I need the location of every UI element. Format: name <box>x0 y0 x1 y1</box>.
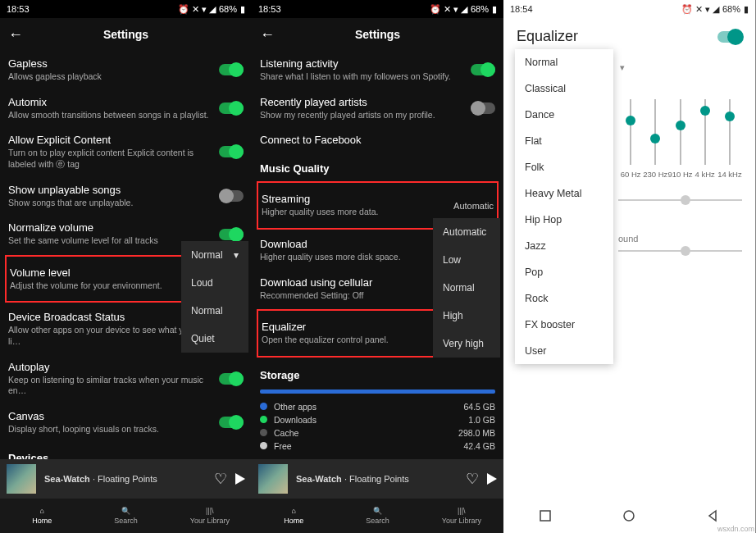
setting-p1a-1[interactable]: AutoplayKeep on listening to similar tra… <box>8 354 244 403</box>
svg-point-5 <box>624 511 634 521</box>
eq-slider-910Hz[interactable]: 910 Hz <box>667 99 692 179</box>
status-icons: ⏰ ✕ ▾ ◢ 68% ▮ <box>430 4 497 15</box>
toggle-p1-2[interactable] <box>219 146 244 157</box>
back-icon[interactable]: ← <box>260 26 275 43</box>
toggle-p2-0[interactable] <box>471 64 495 75</box>
status-bar: 18:53 ⏰ ✕ ▾ ◢ 68% ▮ <box>0 0 252 18</box>
preset-chevron-icon[interactable]: ▾ <box>620 62 625 73</box>
quality-option-high[interactable]: High <box>433 302 500 330</box>
play-icon[interactable] <box>487 473 497 485</box>
nav-recents-icon[interactable] <box>538 508 553 523</box>
toggle-p1a-2[interactable] <box>219 417 244 428</box>
settings-header: ← Settings <box>0 18 252 51</box>
preset-normal[interactable]: Normal <box>515 49 613 75</box>
quality-option-normal[interactable]: Normal <box>433 274 500 302</box>
preset-flat[interactable]: Flat <box>515 128 613 154</box>
quality-option-very-high[interactable]: Very high <box>433 330 500 358</box>
heart-icon[interactable]: ♡ <box>466 470 479 488</box>
quality-option-low[interactable]: Low <box>433 246 500 274</box>
heart-icon[interactable]: ♡ <box>214 470 227 488</box>
storage-bar <box>260 390 495 394</box>
settings-header: ← Settings <box>252 18 503 51</box>
toggle-p1-3[interactable] <box>219 190 244 202</box>
equalizer-title: Equalizer <box>517 28 578 45</box>
preset-folk[interactable]: Folk <box>515 154 613 180</box>
watermark: wsxdn.com <box>717 525 754 533</box>
volume-option-normal[interactable]: Normal <box>181 297 248 325</box>
preset-pop[interactable]: Pop <box>515 259 613 285</box>
nav-home-icon[interactable] <box>622 508 636 523</box>
legend-dot <box>260 442 267 449</box>
section-devices: Devices <box>8 442 244 459</box>
now-playing-bar[interactable]: Sea-Watch · Floating Points ♡ <box>252 459 503 499</box>
eq-slider-14kHz[interactable]: 14 kHz <box>717 99 742 179</box>
eq-slider-60Hz[interactable]: 60 Hz <box>618 99 643 179</box>
toggle-p1-1[interactable] <box>219 102 244 114</box>
preset-rock[interactable]: Rock <box>515 285 613 312</box>
surround-slider[interactable] <box>618 250 742 252</box>
preset-user[interactable]: User <box>515 338 613 364</box>
track-info: Sea-Watch · Floating Points <box>44 474 206 484</box>
preset-dropdown[interactable]: NormalClassicalDanceFlatFolkHeavy MetalH… <box>515 49 613 364</box>
volume-option-quiet[interactable]: Quiet <box>181 325 248 353</box>
phone-settings-volume: 18:53 ⏰ ✕ ▾ ◢ 68% ▮ ← Settings GaplessAl… <box>0 0 252 533</box>
storage-row: Downloads1.0 GB <box>260 413 495 426</box>
toggle-p1a-1[interactable] <box>219 373 244 385</box>
nav-back-icon[interactable] <box>706 508 721 523</box>
quality-option-automatic[interactable]: Automatic <box>433 218 500 246</box>
preset-jazz[interactable]: Jazz <box>515 233 613 259</box>
status-time: 18:53 <box>258 4 281 14</box>
status-bar: 18:54 ⏰ ✕ ▾ ◢ 68% ▮ <box>503 0 755 18</box>
tab-home[interactable]: ⌂Home <box>0 499 84 533</box>
now-playing-bar[interactable]: Sea-Watch · Floating Points ♡ <box>0 459 252 499</box>
setting-p1-0[interactable]: GaplessAllows gapless playback <box>8 51 244 89</box>
track-info: Sea-Watch · Floating Points <box>296 474 458 484</box>
toggle-p1-4[interactable] <box>219 229 244 240</box>
surround-label: ound <box>618 234 742 244</box>
tab-search[interactable]: 🔍Search <box>335 499 419 533</box>
streaming-value: Automatic <box>453 201 494 211</box>
legend-dot <box>260 429 267 436</box>
eq-sliders: 60 Hz230 Hz910 Hz4 kHz14 kHz <box>618 97 742 179</box>
setting-p1-3[interactable]: Show unplayable songsShow songs that are… <box>8 177 244 216</box>
volume-option-normal[interactable]: Normal ▾ <box>181 241 248 269</box>
bass-slider[interactable] <box>618 199 742 201</box>
quality-dropdown[interactable]: AutomaticLowNormalHighVery high <box>433 218 500 358</box>
tab-library[interactable]: |||\Your Library <box>168 499 252 533</box>
status-icons: ⏰ ✕ ▾ ◢ 68% ▮ <box>178 4 245 15</box>
status-icons: ⏰ ✕ ▾ ◢ 68% ▮ <box>681 4 749 15</box>
library-icon: |||\ <box>206 507 214 515</box>
eq-slider-4kHz[interactable]: 4 kHz <box>693 99 717 179</box>
preset-heavy-metal[interactable]: Heavy Metal <box>515 180 613 207</box>
toggle-p2-1[interactable] <box>471 102 495 114</box>
status-time: 18:53 <box>7 4 30 14</box>
setting-p1a-2[interactable]: CanvasDisplay short, looping visuals on … <box>8 403 244 442</box>
setting-p2-2[interactable]: Connect to Facebook <box>260 127 495 153</box>
home-icon: ⌂ <box>291 507 295 515</box>
section-music-quality: Music Quality <box>260 153 495 180</box>
play-icon[interactable] <box>235 473 245 485</box>
status-bar: 18:53 ⏰ ✕ ▾ ◢ 68% ▮ <box>252 0 503 18</box>
db-label-top: dB <box>594 58 742 92</box>
setting-p2-0[interactable]: Listening activityShare what I listen to… <box>260 51 495 89</box>
phone-equalizer: 18:54 ⏰ ✕ ▾ ◢ 68% ▮ Equalizer NormalClas… <box>503 0 755 533</box>
setting-p1-2[interactable]: Allow Explicit ContentTurn on to play ex… <box>8 127 244 176</box>
setting-p1-1[interactable]: AutomixAllow smooth transitions between … <box>8 89 244 128</box>
back-icon[interactable]: ← <box>8 26 23 43</box>
volume-dropdown[interactable]: Normal ▾LoudNormalQuiet <box>181 241 248 353</box>
tab-library[interactable]: |||\Your Library <box>420 499 503 533</box>
volume-option-loud[interactable]: Loud <box>181 269 248 297</box>
preset-fx-booster[interactable]: FX booster <box>515 312 613 338</box>
preset-classical[interactable]: Classical <box>515 75 613 102</box>
toggle-p1-0[interactable] <box>219 64 244 75</box>
preset-dance[interactable]: Dance <box>515 102 613 128</box>
tab-home[interactable]: ⌂Home <box>252 499 335 533</box>
home-icon: ⌂ <box>39 507 43 515</box>
eq-slider-230Hz[interactable]: 230 Hz <box>643 99 667 179</box>
preset-hip-hop[interactable]: Hip Hop <box>515 207 613 233</box>
tab-search[interactable]: 🔍Search <box>84 499 167 533</box>
equalizer-toggle[interactable] <box>717 31 742 43</box>
status-time: 18:54 <box>510 4 533 14</box>
setting-p2-1[interactable]: Recently played artistsShow my recently … <box>260 89 495 128</box>
album-art <box>258 464 288 494</box>
